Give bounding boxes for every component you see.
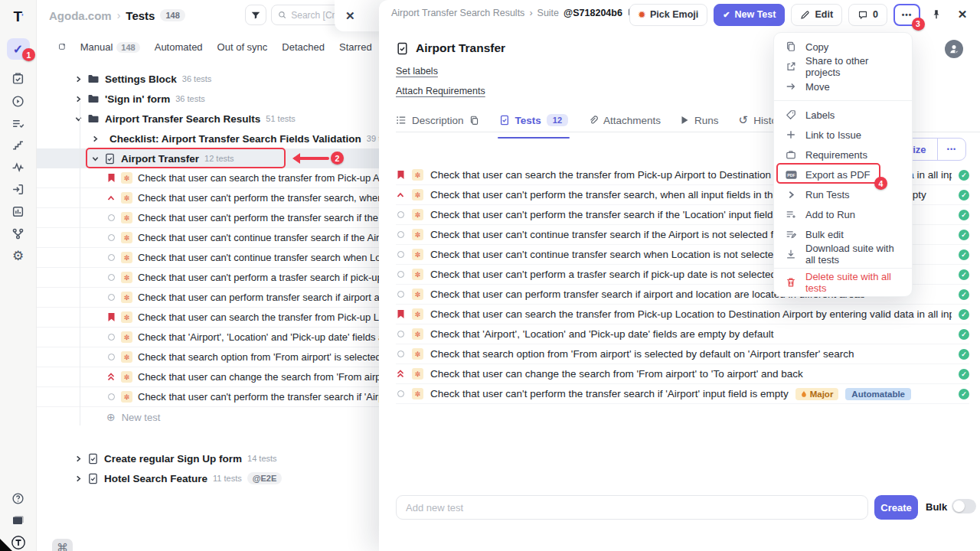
tree-guide-line (80, 101, 80, 425)
test-emoji-icon: ✼ (121, 252, 132, 263)
tree-test-row[interactable]: ✼Check that user can't perform the trans… (37, 387, 397, 407)
new-test-button[interactable]: ✔New Test (714, 4, 785, 26)
tree-folder-checklist-validation[interactable]: Checklist: Airport Transfer Search Field… (37, 129, 397, 148)
breadcrumb-project[interactable]: Agoda.com (49, 9, 112, 22)
branches-icon[interactable] (7, 223, 30, 244)
runs-icon[interactable] (7, 90, 30, 112)
tree-test-row[interactable]: ✼Check that user can't perform the trans… (37, 188, 397, 208)
menu-item-delete-suite[interactable]: Delete suite with all tests (774, 272, 912, 292)
menu-item-move[interactable]: Move (774, 77, 912, 96)
test-emoji-icon: ✼ (412, 328, 423, 340)
tree-test-row[interactable]: ✼Check that user can't perform the trans… (37, 208, 397, 228)
priority-normal-icon (106, 274, 116, 281)
menu-item-run-tests[interactable]: Run Tests (774, 184, 912, 204)
tab-tests[interactable]: Tests 12 (499, 112, 569, 129)
app-logo[interactable]: T' (7, 6, 30, 28)
suite-name: Hotel Search Feature (104, 473, 207, 484)
set-labels-link[interactable]: Set labels (396, 66, 438, 77)
folder-name: Settings Block (105, 73, 177, 85)
menu-item-export-pdf[interactable]: PDF Export as PDF 4 (774, 165, 912, 184)
tree-folder-sign-in-form[interactable]: 'Sign in' form 36 tests (37, 89, 397, 109)
tests-tree-panel: Agoda.com › Tests 148 Manual148 Automate… (37, 0, 397, 551)
tree-test-row[interactable]: ✼Check that user can't perform a trasfer… (37, 268, 397, 288)
tab-detached[interactable]: Detached (282, 41, 325, 53)
select-tests-icon[interactable] (58, 41, 66, 53)
tree-test-row[interactable]: ✼Check that user can perform transfer se… (37, 288, 397, 308)
import-icon[interactable] (7, 178, 30, 200)
pulse-icon[interactable] (7, 156, 30, 178)
chevron-right-icon[interactable] (75, 96, 82, 103)
tree-test-row[interactable]: ✼Check that user can't continue transfer… (37, 228, 397, 248)
test-row[interactable]: ✼Check that user can change the search f… (396, 364, 969, 384)
tab-description[interactable]: Description (396, 112, 479, 129)
menu-item-copy[interactable]: Copy (774, 37, 912, 57)
chevron-right-icon[interactable] (75, 455, 82, 462)
tree-test-row[interactable]: ✼Check that user can change the search f… (37, 367, 397, 387)
test-row[interactable]: ✼Check that user can't perform the trans… (396, 384, 969, 404)
tree-test-row[interactable]: ✼Check that user can search the transfer… (37, 308, 397, 328)
settings-gear-icon[interactable]: ⚙ (7, 245, 30, 266)
test-row[interactable]: ✼Check that user can search the transfer… (396, 305, 969, 324)
tab-automated[interactable]: Automated (155, 41, 203, 53)
test-plans-icon[interactable] (7, 67, 30, 89)
bulk-toggle[interactable] (952, 499, 976, 514)
chevron-right-icon[interactable] (75, 475, 82, 482)
tab-manual[interactable]: Manual148 (80, 41, 140, 53)
more-actions-button[interactable]: ••• 3 (893, 4, 920, 26)
reports-icon[interactable] (7, 201, 30, 222)
breadcrumb-separator: › (117, 9, 121, 21)
steps-icon[interactable] (7, 134, 30, 155)
passed-status-icon: ✓ (959, 249, 969, 260)
breadcrumb-type: Suite (537, 8, 560, 18)
passed-status-icon: ✓ (959, 389, 969, 399)
comments-button[interactable]: 0 (848, 4, 887, 26)
tree-suite-create-sign-up-form[interactable]: Create regular Sign Up form 14 tests (37, 448, 397, 468)
flame-icon (801, 390, 807, 398)
tab-starred[interactable]: Starred (339, 41, 372, 53)
tree-suite-hotel-search-feature[interactable]: Hotel Search Feature 11 tests @E2E (37, 468, 397, 488)
attach-requirements-link[interactable]: Attach Requirements (396, 86, 485, 96)
menu-item-download-suite[interactable]: Download suite with all tests (774, 244, 912, 264)
checklists-icon[interactable] (7, 112, 30, 134)
avatar[interactable] (945, 40, 963, 58)
new-test-button[interactable]: ⊕New test (37, 407, 397, 427)
create-button[interactable]: Create (874, 495, 918, 520)
breadcrumb-parent[interactable]: Airport Transfer Search Results (391, 8, 524, 18)
test-row[interactable]: ✼Check that 'Airport', 'Location' and 'P… (396, 324, 969, 344)
pick-emoji-button[interactable]: ✹Pick Emoji (629, 4, 707, 26)
tree-folder-settings-block[interactable]: Settings Block 36 tests (37, 69, 397, 89)
tree-test-row[interactable]: ✼Check that user can't continue transfer… (37, 248, 397, 268)
tab-runs[interactable]: Runs (681, 112, 719, 129)
add-new-test-input[interactable] (396, 495, 868, 520)
list-edit-icon (785, 229, 797, 240)
help-icon[interactable] (7, 487, 30, 509)
test-row[interactable]: ✼Check that search option from 'From air… (396, 344, 969, 364)
chevron-down-icon[interactable] (75, 116, 82, 122)
menu-item-bulk-edit[interactable]: Bulk edit (774, 224, 912, 244)
tree-test-row[interactable]: ✼Check that user can search the transfer… (37, 168, 397, 188)
test-emoji-icon: ✼ (412, 348, 423, 360)
tree-folder-airport-transfer-search-results[interactable]: Airport Transfer Search Results 51 tests (37, 109, 397, 129)
menu-item-add-to-run[interactable]: Add to Run (774, 204, 912, 224)
filter-button[interactable] (245, 5, 266, 25)
menu-item-share[interactable]: Share to other projects (774, 57, 912, 77)
priority-normal-icon (396, 271, 405, 278)
test-title: Check that user can perform transfer sea… (138, 292, 397, 303)
menu-item-requirements[interactable]: Requirements (774, 145, 912, 165)
menu-item-labels[interactable]: Labels (774, 105, 912, 125)
tree-test-row[interactable]: ✼Check that 'Airport', 'Location' and 'P… (37, 328, 397, 347)
summarize-more-button[interactable]: ••• (938, 145, 965, 153)
edit-button[interactable]: Edit (791, 4, 842, 26)
breadcrumb-section[interactable]: Tests (126, 9, 155, 22)
tab-attachments[interactable]: Attachments (588, 112, 661, 129)
pin-button[interactable] (926, 9, 946, 20)
tutorials-icon[interactable] (7, 510, 30, 531)
tree-test-row[interactable]: ✼Check that search option from 'From air… (37, 347, 397, 367)
close-panel-button[interactable]: ✕ (952, 8, 972, 21)
close-icon[interactable]: ✕ (345, 9, 355, 23)
tab-out-of-sync[interactable]: Out of sync (217, 41, 268, 53)
menu-item-link-to-issue[interactable]: Link to Issue (774, 125, 912, 145)
chevron-right-icon[interactable] (92, 135, 99, 142)
chevron-right-icon[interactable] (75, 76, 82, 83)
copy-icon[interactable] (469, 116, 479, 126)
